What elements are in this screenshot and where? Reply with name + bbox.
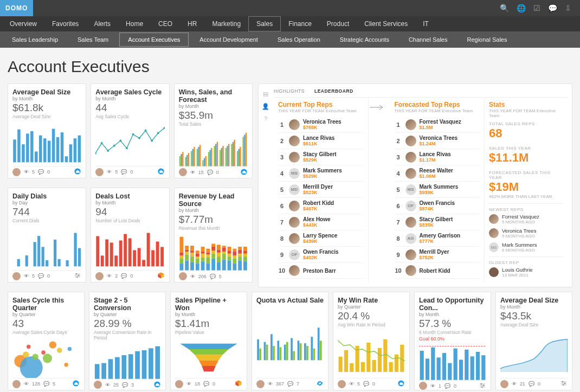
source-icon[interactable]: [72, 380, 80, 388]
avatar[interactable]: [12, 168, 21, 176]
avatar[interactable]: [12, 272, 21, 280]
source-icon[interactable]: [157, 168, 165, 176]
nav-item-home[interactable]: Home: [118, 16, 151, 31]
source-icon[interactable]: [157, 272, 165, 280]
subnav-item-sales-operation[interactable]: Sales Operation: [268, 31, 330, 48]
rep-row[interactable]: 9 OF Owen Francis $402K: [278, 247, 364, 263]
svg-rect-13: [69, 144, 73, 162]
newest-rep[interactable]: MSMark Summers6 MONTHS AGO: [489, 240, 563, 254]
avatar[interactable]: [179, 272, 187, 280]
rep-row[interactable]: 6 OF Owen Francis $874K: [395, 198, 480, 214]
brand-logo[interactable]: DOMO: [0, 0, 33, 16]
nav-item-overview[interactable]: Overview: [2, 16, 44, 31]
rep-rank: 9: [395, 252, 402, 258]
left-card-0[interactable]: Average Deal Size by Month $61.8k Averag…: [8, 83, 86, 178]
avatar[interactable]: [95, 168, 104, 176]
rep-row[interactable]: 10 Preston Barr: [278, 263, 364, 279]
bottom-card-3[interactable]: Quota vs Actual Sale 👁367 💬7: [252, 292, 328, 390]
download-icon[interactable]: ⇩: [565, 4, 571, 12]
left-card-1[interactable]: Average Sales Cycle by Month 44 Avg Sale…: [91, 83, 169, 178]
bottom-card-2[interactable]: Sales Pipeline + Won by Month $1.41m Pip…: [170, 292, 247, 390]
left-card-5[interactable]: Revenue by Lead Source by Month $7.77m R…: [174, 188, 253, 282]
rep-row[interactable]: 4 MS Mark Summers $529K: [278, 165, 364, 182]
avatar[interactable]: [338, 380, 346, 388]
avatar[interactable]: [175, 380, 183, 388]
avatar[interactable]: [500, 380, 508, 388]
subnav-item-channel-sales[interactable]: Channel Sales: [399, 31, 457, 48]
rep-row[interactable]: 8 AG Amery Garrison $777K: [395, 230, 480, 247]
rep-row[interactable]: 1 Forrest Vasquez $1.5M: [395, 117, 480, 133]
oldest-rep[interactable]: Louis Guthrie13 MAR 2011: [489, 265, 563, 279]
rep-row[interactable]: 2 Lance Rivas $611K: [278, 133, 364, 149]
source-icon[interactable]: [316, 380, 324, 388]
nav-item-finance[interactable]: Finance: [281, 16, 319, 31]
subnav-item-sales-team[interactable]: Sales Team: [68, 31, 118, 48]
svg-rect-3: [26, 133, 29, 162]
avatar[interactable]: [95, 272, 104, 280]
subnav-item-account-executives[interactable]: Account Executives: [118, 31, 190, 48]
globe-icon[interactable]: 🌐: [517, 4, 526, 12]
rail-person-icon[interactable]: 👤: [262, 103, 269, 110]
bottom-card-4[interactable]: My Win Rate by Quarter 20.4 % Avg Win Ra…: [333, 292, 410, 390]
panel-tab-highlights[interactable]: HIGHLIGHTS: [274, 88, 305, 94]
subnav-item-sales-leadership[interactable]: Sales Leadership: [2, 31, 68, 48]
sales-year-value: $11.1M: [489, 151, 563, 165]
rep-row[interactable]: 10 Robert Kidd: [395, 263, 480, 279]
stats-title: Stats: [489, 101, 563, 108]
nav-item-ceo[interactable]: CEO: [151, 16, 180, 31]
nav-item-favorites[interactable]: Favorites: [44, 16, 86, 31]
bottom-card-6[interactable]: Average Deal Size by Month $43.5k Averag…: [495, 292, 572, 390]
subnav-item-strategic-accounts[interactable]: Strategic Accounts: [330, 31, 399, 48]
rep-row[interactable]: 9 Merrill Dyer $752K: [395, 247, 480, 263]
bottom-card-5[interactable]: Lead to Opportunity Con... by Month 57.3…: [414, 292, 491, 390]
subnav-item-account-development[interactable]: Account Development: [190, 31, 268, 48]
bottom-card-1[interactable]: Stage 2 - 5 Conversion by Quarter 28.99 …: [89, 292, 166, 390]
nav-item-client-services[interactable]: Client Services: [357, 16, 415, 31]
source-icon[interactable]: [397, 380, 405, 388]
nav-item-hr[interactable]: HR: [180, 16, 204, 31]
nav-item-product[interactable]: Product: [319, 16, 357, 31]
left-card-4[interactable]: Deals Lost by Month 94 Number of Lost De…: [91, 188, 169, 282]
rep-row[interactable]: 5 MD Merrill Dyer $523K: [278, 182, 364, 198]
avatar[interactable]: [179, 168, 187, 176]
rep-row[interactable]: 5 MS Mark Summers $939K: [395, 182, 480, 198]
source-icon[interactable]: [235, 380, 242, 388]
avatar[interactable]: [94, 381, 102, 389]
avatar[interactable]: [256, 380, 265, 388]
rep-row[interactable]: 6 Robert Kidd $467K: [278, 198, 364, 214]
newest-rep[interactable]: Veronica Trees5 MONTHS AGO: [489, 226, 563, 240]
rep-row[interactable]: 7 Stacy Gilbert $835K: [395, 214, 480, 230]
subnav-item-regional-sales[interactable]: Regional Sales: [457, 31, 517, 48]
card-chart: [94, 343, 161, 379]
left-card-3[interactable]: Daily Dials by Day 744 Current Dials 👁5 …: [8, 188, 86, 282]
search-icon[interactable]: 🔍: [500, 4, 509, 12]
rep-row[interactable]: 4 Reese Walter $1.06M: [395, 165, 480, 182]
nav-item-marketing[interactable]: Marketing: [204, 16, 248, 31]
left-card-2[interactable]: Wins, Sales, and Forecast by Month $35.9…: [174, 83, 253, 178]
rep-row[interactable]: 2 Veronica Trees $1.24M: [395, 133, 480, 149]
check-icon[interactable]: ☑: [533, 4, 540, 12]
newest-rep[interactable]: Forrest Vasquez5 MONTHS AGO: [489, 212, 563, 226]
rep-row[interactable]: 1 Veronica Trees $765K: [278, 117, 364, 133]
chat-icon[interactable]: 💬: [548, 4, 557, 12]
rail-list-icon[interactable]: ▤: [263, 91, 268, 98]
rep-row[interactable]: 3 Lance Rivas $1.17M: [395, 149, 480, 165]
source-icon[interactable]: [74, 168, 81, 176]
rep-row[interactable]: 3 Stacy Gilbert $529K: [278, 149, 364, 165]
source-icon[interactable]: [560, 380, 568, 388]
card-subtitle: by Quarter: [338, 304, 405, 310]
nav-item-sales[interactable]: Sales: [248, 16, 281, 31]
rep-row[interactable]: 8 Larry Spence $439K: [278, 230, 364, 247]
nav-item-it[interactable]: IT: [415, 16, 436, 31]
avatar[interactable]: [419, 382, 427, 390]
avatar[interactable]: [12, 380, 21, 388]
source-icon[interactable]: [479, 382, 486, 390]
rail-help-icon[interactable]: ?: [264, 115, 267, 122]
panel-tab-leaderboard[interactable]: LEADERBOARD: [314, 88, 353, 94]
source-icon[interactable]: [240, 168, 248, 177]
bottom-card-0[interactable]: Sales Cycle this Quarter by Quarter 43 A…: [8, 292, 85, 390]
source-icon[interactable]: [153, 381, 161, 389]
rep-row[interactable]: 7 Alex Howe $443K: [278, 214, 364, 230]
nav-item-alerts[interactable]: Alerts: [86, 16, 118, 31]
source-icon[interactable]: [74, 272, 81, 280]
